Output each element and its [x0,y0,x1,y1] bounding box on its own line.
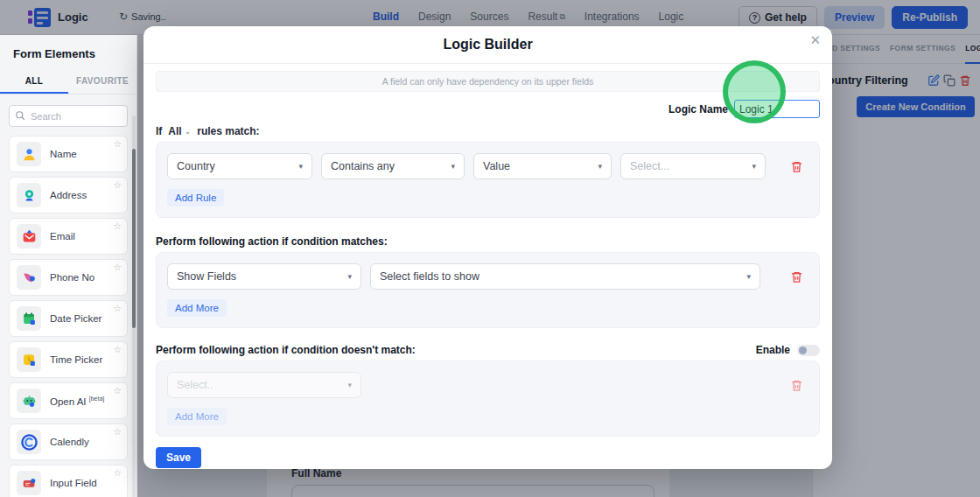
logic-builder-modal: ✕ Logic Builder A field can only have de… [144,26,832,469]
element-item-name[interactable]: Name ☆ [9,136,128,172]
favourite-star-icon[interactable]: ☆ [113,220,122,232]
else-action-select: Select..▾ [167,372,361,398]
delete-action-icon[interactable] [790,270,803,284]
search-icon [15,110,25,121]
info-banner: A field can only have dependency on its … [156,71,820,92]
input-field-icon [17,471,41,495]
add-more-else-button: Add More [167,408,227,425]
favourite-star-icon[interactable]: ☆ [113,385,122,396]
logic-name-input[interactable] [734,100,820,118]
time-picker-icon [17,347,41,372]
open-ai-icon [17,388,41,413]
element-item-input-field[interactable]: Input Field ☆ [9,465,128,497]
favourite-star-icon[interactable]: ☆ [113,138,122,150]
logic-name-row: Logic Name [156,100,820,118]
add-rule-button[interactable]: Add Rule [167,189,224,206]
sidebar-scrollbar-thumb[interactable] [132,149,136,328]
favourite-star-icon[interactable]: ☆ [113,344,122,355]
add-more-button[interactable]: Add More [167,299,227,317]
condition-match-row: If All⌄ rules match: [156,125,820,137]
element-item-time-picker[interactable]: Time Picker ☆ [9,341,128,378]
chevron-down-icon: ▾ [298,162,303,171]
address-icon [17,183,41,207]
rule-field-select[interactable]: Country▾ [167,153,312,179]
rule-operator-select[interactable]: Contains any▾ [321,153,465,179]
favourite-star-icon[interactable]: ☆ [113,426,122,438]
chevron-down-icon: ▾ [746,272,751,281]
sidebar-tabs: ALL FAVOURITE [0,71,136,94]
element-item-phone[interactable]: Phone No ☆ [9,259,128,296]
element-item-calendly[interactable]: Calendly ☆ [9,424,128,460]
delete-else-action-icon [790,379,803,392]
favourite-star-icon[interactable]: ☆ [113,179,122,191]
rules-box: Country▾ Contains any▾ Value▾ Select...▾… [156,142,820,218]
sidebar-title: Form Elements [0,35,136,60]
rule-value-type-select[interactable]: Value▾ [473,153,612,179]
close-icon[interactable]: ✕ [809,32,821,48]
beta-tag: [beta] [89,396,105,402]
name-icon [17,142,41,166]
logic-name-label: Logic Name [668,103,728,116]
chevron-down-icon: ▾ [598,162,602,171]
favourite-star-icon[interactable]: ☆ [113,467,122,479]
element-item-date-picker[interactable]: Date Picker ☆ [9,300,128,337]
save-button[interactable]: Save [156,447,201,468]
enable-wrap: Enable [756,344,820,356]
chevron-down-icon: ⌄ [185,127,192,136]
date-picker-icon [17,306,41,331]
phone-icon [17,265,41,290]
else-action-label: Perform following action if condition do… [156,344,416,356]
delete-rule-icon[interactable] [790,160,803,173]
tab-all[interactable]: ALL [0,71,68,94]
match-type-select[interactable]: All⌄ [168,125,191,137]
chevron-down-icon: ▾ [347,381,352,389]
element-item-address[interactable]: Address ☆ [9,177,128,214]
favourite-star-icon[interactable]: ☆ [113,262,122,273]
match-action-label: Perform following action if condition ma… [156,235,820,248]
calendly-icon [17,430,41,454]
match-actions-box: Show Fields▾ Select fields to show▾ Add … [156,252,820,328]
else-actions-box: Select..▾ Add More [156,360,820,437]
element-item-email[interactable]: Email ☆ [9,218,128,255]
rule-value-select[interactable]: Select...▾ [620,153,766,179]
search-input[interactable] [9,105,128,127]
tab-favourite[interactable]: FAVOURITE [68,71,136,94]
else-action-header: Perform following action if condition do… [156,344,820,356]
modal-title: Logic Builder [144,26,832,52]
enable-toggle[interactable] [797,345,820,356]
form-elements-sidebar: Form Elements ALL FAVOURITE Name ☆ Addre… [0,35,137,497]
enable-label: Enable [756,344,790,356]
email-icon [17,224,41,248]
action-type-select[interactable]: Show Fields▾ [167,263,361,290]
chevron-down-icon: ▾ [451,162,455,171]
chevron-down-icon: ▾ [752,162,756,171]
rules-match-label: rules match: [197,125,259,137]
action-target-select[interactable]: Select fields to show▾ [370,263,760,290]
chevron-down-icon: ▾ [347,272,352,281]
favourite-star-icon[interactable]: ☆ [113,303,122,314]
sidebar-search [9,105,128,127]
if-label: If [156,125,162,137]
element-item-open-ai[interactable]: Open AI [beta] ☆ [9,382,128,419]
